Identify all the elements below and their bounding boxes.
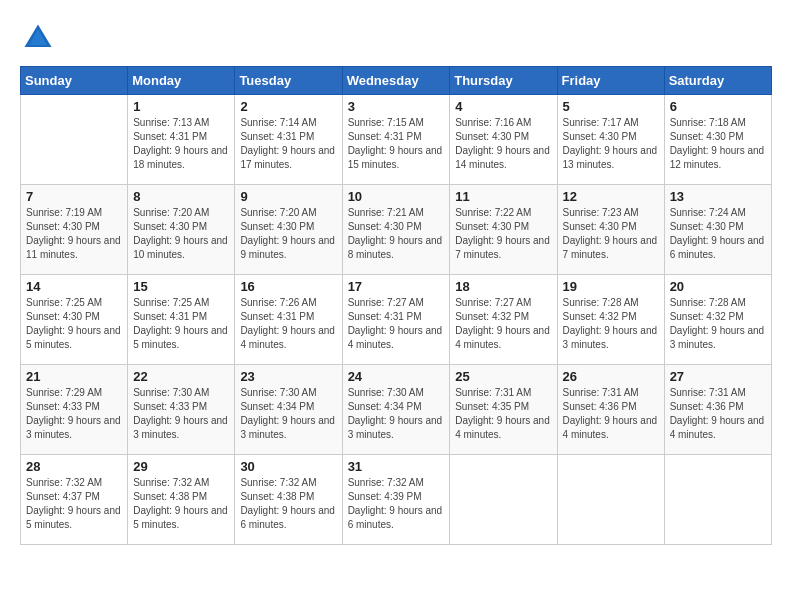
day-number: 26 bbox=[563, 369, 659, 384]
calendar-cell: 8Sunrise: 7:20 AMSunset: 4:30 PMDaylight… bbox=[128, 185, 235, 275]
calendar-cell: 6Sunrise: 7:18 AMSunset: 4:30 PMDaylight… bbox=[664, 95, 771, 185]
day-info: Sunrise: 7:31 AMSunset: 4:36 PMDaylight:… bbox=[563, 386, 659, 442]
day-info: Sunrise: 7:30 AMSunset: 4:33 PMDaylight:… bbox=[133, 386, 229, 442]
week-row-3: 14Sunrise: 7:25 AMSunset: 4:30 PMDayligh… bbox=[21, 275, 772, 365]
day-number: 7 bbox=[26, 189, 122, 204]
day-number: 23 bbox=[240, 369, 336, 384]
day-header-tuesday: Tuesday bbox=[235, 67, 342, 95]
calendar-cell: 23Sunrise: 7:30 AMSunset: 4:34 PMDayligh… bbox=[235, 365, 342, 455]
day-info: Sunrise: 7:28 AMSunset: 4:32 PMDaylight:… bbox=[563, 296, 659, 352]
day-number: 21 bbox=[26, 369, 122, 384]
day-number: 22 bbox=[133, 369, 229, 384]
calendar-cell: 30Sunrise: 7:32 AMSunset: 4:38 PMDayligh… bbox=[235, 455, 342, 545]
day-number: 19 bbox=[563, 279, 659, 294]
day-info: Sunrise: 7:32 AMSunset: 4:39 PMDaylight:… bbox=[348, 476, 445, 532]
day-info: Sunrise: 7:20 AMSunset: 4:30 PMDaylight:… bbox=[133, 206, 229, 262]
day-header-wednesday: Wednesday bbox=[342, 67, 450, 95]
calendar-cell: 5Sunrise: 7:17 AMSunset: 4:30 PMDaylight… bbox=[557, 95, 664, 185]
calendar-cell: 26Sunrise: 7:31 AMSunset: 4:36 PMDayligh… bbox=[557, 365, 664, 455]
logo-icon bbox=[20, 20, 56, 56]
day-info: Sunrise: 7:22 AMSunset: 4:30 PMDaylight:… bbox=[455, 206, 551, 262]
calendar-cell: 4Sunrise: 7:16 AMSunset: 4:30 PMDaylight… bbox=[450, 95, 557, 185]
day-info: Sunrise: 7:27 AMSunset: 4:31 PMDaylight:… bbox=[348, 296, 445, 352]
day-number: 14 bbox=[26, 279, 122, 294]
calendar-cell bbox=[21, 95, 128, 185]
day-header-saturday: Saturday bbox=[664, 67, 771, 95]
calendar-cell: 27Sunrise: 7:31 AMSunset: 4:36 PMDayligh… bbox=[664, 365, 771, 455]
day-header-thursday: Thursday bbox=[450, 67, 557, 95]
day-info: Sunrise: 7:28 AMSunset: 4:32 PMDaylight:… bbox=[670, 296, 766, 352]
calendar-cell bbox=[664, 455, 771, 545]
day-number: 12 bbox=[563, 189, 659, 204]
day-number: 28 bbox=[26, 459, 122, 474]
calendar-cell: 20Sunrise: 7:28 AMSunset: 4:32 PMDayligh… bbox=[664, 275, 771, 365]
calendar-cell: 16Sunrise: 7:26 AMSunset: 4:31 PMDayligh… bbox=[235, 275, 342, 365]
day-number: 8 bbox=[133, 189, 229, 204]
day-info: Sunrise: 7:31 AMSunset: 4:35 PMDaylight:… bbox=[455, 386, 551, 442]
calendar-body: 1Sunrise: 7:13 AMSunset: 4:31 PMDaylight… bbox=[21, 95, 772, 545]
day-number: 6 bbox=[670, 99, 766, 114]
calendar-cell: 25Sunrise: 7:31 AMSunset: 4:35 PMDayligh… bbox=[450, 365, 557, 455]
calendar-cell: 14Sunrise: 7:25 AMSunset: 4:30 PMDayligh… bbox=[21, 275, 128, 365]
day-number: 31 bbox=[348, 459, 445, 474]
calendar-cell: 18Sunrise: 7:27 AMSunset: 4:32 PMDayligh… bbox=[450, 275, 557, 365]
calendar-cell: 3Sunrise: 7:15 AMSunset: 4:31 PMDaylight… bbox=[342, 95, 450, 185]
calendar-cell: 28Sunrise: 7:32 AMSunset: 4:37 PMDayligh… bbox=[21, 455, 128, 545]
calendar-cell: 13Sunrise: 7:24 AMSunset: 4:30 PMDayligh… bbox=[664, 185, 771, 275]
day-number: 25 bbox=[455, 369, 551, 384]
calendar-cell: 12Sunrise: 7:23 AMSunset: 4:30 PMDayligh… bbox=[557, 185, 664, 275]
day-info: Sunrise: 7:13 AMSunset: 4:31 PMDaylight:… bbox=[133, 116, 229, 172]
day-number: 4 bbox=[455, 99, 551, 114]
day-info: Sunrise: 7:21 AMSunset: 4:30 PMDaylight:… bbox=[348, 206, 445, 262]
calendar-cell: 10Sunrise: 7:21 AMSunset: 4:30 PMDayligh… bbox=[342, 185, 450, 275]
day-info: Sunrise: 7:29 AMSunset: 4:33 PMDaylight:… bbox=[26, 386, 122, 442]
day-number: 5 bbox=[563, 99, 659, 114]
day-info: Sunrise: 7:26 AMSunset: 4:31 PMDaylight:… bbox=[240, 296, 336, 352]
calendar-cell: 21Sunrise: 7:29 AMSunset: 4:33 PMDayligh… bbox=[21, 365, 128, 455]
day-info: Sunrise: 7:32 AMSunset: 4:38 PMDaylight:… bbox=[240, 476, 336, 532]
day-info: Sunrise: 7:19 AMSunset: 4:30 PMDaylight:… bbox=[26, 206, 122, 262]
day-info: Sunrise: 7:16 AMSunset: 4:30 PMDaylight:… bbox=[455, 116, 551, 172]
day-number: 1 bbox=[133, 99, 229, 114]
day-info: Sunrise: 7:14 AMSunset: 4:31 PMDaylight:… bbox=[240, 116, 336, 172]
day-number: 27 bbox=[670, 369, 766, 384]
calendar-cell: 2Sunrise: 7:14 AMSunset: 4:31 PMDaylight… bbox=[235, 95, 342, 185]
day-number: 16 bbox=[240, 279, 336, 294]
calendar-cell: 11Sunrise: 7:22 AMSunset: 4:30 PMDayligh… bbox=[450, 185, 557, 275]
day-info: Sunrise: 7:32 AMSunset: 4:37 PMDaylight:… bbox=[26, 476, 122, 532]
day-number: 30 bbox=[240, 459, 336, 474]
calendar-cell: 7Sunrise: 7:19 AMSunset: 4:30 PMDaylight… bbox=[21, 185, 128, 275]
day-info: Sunrise: 7:25 AMSunset: 4:30 PMDaylight:… bbox=[26, 296, 122, 352]
week-row-1: 1Sunrise: 7:13 AMSunset: 4:31 PMDaylight… bbox=[21, 95, 772, 185]
calendar-cell: 29Sunrise: 7:32 AMSunset: 4:38 PMDayligh… bbox=[128, 455, 235, 545]
logo bbox=[20, 20, 62, 56]
calendar-cell: 22Sunrise: 7:30 AMSunset: 4:33 PMDayligh… bbox=[128, 365, 235, 455]
calendar-table: SundayMondayTuesdayWednesdayThursdayFrid… bbox=[20, 66, 772, 545]
day-info: Sunrise: 7:32 AMSunset: 4:38 PMDaylight:… bbox=[133, 476, 229, 532]
day-number: 17 bbox=[348, 279, 445, 294]
day-number: 15 bbox=[133, 279, 229, 294]
day-number: 29 bbox=[133, 459, 229, 474]
day-info: Sunrise: 7:27 AMSunset: 4:32 PMDaylight:… bbox=[455, 296, 551, 352]
calendar-cell bbox=[557, 455, 664, 545]
calendar-cell: 19Sunrise: 7:28 AMSunset: 4:32 PMDayligh… bbox=[557, 275, 664, 365]
calendar-cell: 31Sunrise: 7:32 AMSunset: 4:39 PMDayligh… bbox=[342, 455, 450, 545]
day-number: 20 bbox=[670, 279, 766, 294]
calendar-cell: 17Sunrise: 7:27 AMSunset: 4:31 PMDayligh… bbox=[342, 275, 450, 365]
calendar-cell: 1Sunrise: 7:13 AMSunset: 4:31 PMDaylight… bbox=[128, 95, 235, 185]
day-info: Sunrise: 7:30 AMSunset: 4:34 PMDaylight:… bbox=[348, 386, 445, 442]
week-row-4: 21Sunrise: 7:29 AMSunset: 4:33 PMDayligh… bbox=[21, 365, 772, 455]
day-header-monday: Monday bbox=[128, 67, 235, 95]
days-header-row: SundayMondayTuesdayWednesdayThursdayFrid… bbox=[21, 67, 772, 95]
day-number: 18 bbox=[455, 279, 551, 294]
day-number: 13 bbox=[670, 189, 766, 204]
day-info: Sunrise: 7:15 AMSunset: 4:31 PMDaylight:… bbox=[348, 116, 445, 172]
page-header bbox=[20, 20, 772, 56]
day-header-friday: Friday bbox=[557, 67, 664, 95]
day-info: Sunrise: 7:25 AMSunset: 4:31 PMDaylight:… bbox=[133, 296, 229, 352]
day-number: 3 bbox=[348, 99, 445, 114]
week-row-5: 28Sunrise: 7:32 AMSunset: 4:37 PMDayligh… bbox=[21, 455, 772, 545]
calendar-cell: 15Sunrise: 7:25 AMSunset: 4:31 PMDayligh… bbox=[128, 275, 235, 365]
week-row-2: 7Sunrise: 7:19 AMSunset: 4:30 PMDaylight… bbox=[21, 185, 772, 275]
calendar-cell: 24Sunrise: 7:30 AMSunset: 4:34 PMDayligh… bbox=[342, 365, 450, 455]
